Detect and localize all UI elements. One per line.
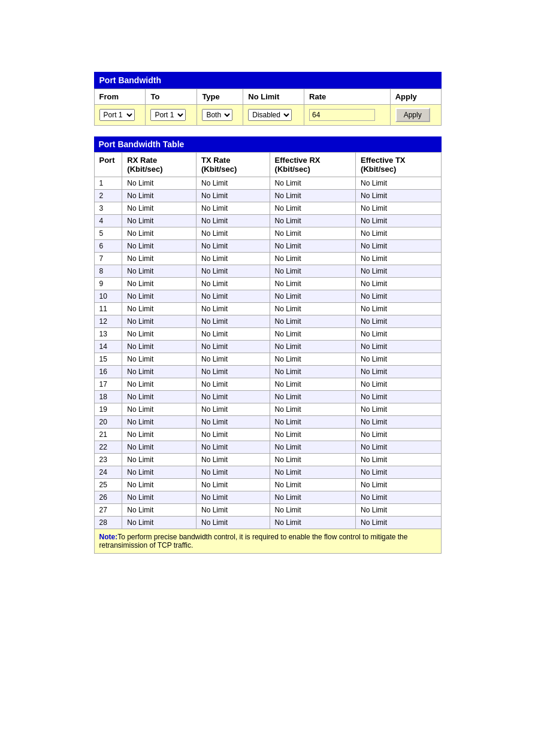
- th-port: Port: [94, 153, 122, 177]
- effective-rx-cell: No Limit: [270, 303, 355, 315]
- port-cell: 13: [94, 328, 122, 341]
- port-cell: 24: [94, 466, 122, 479]
- port-cell: 21: [94, 429, 122, 441]
- apply-button[interactable]: Apply: [395, 108, 430, 122]
- effective-rx-cell: No Limit: [270, 202, 355, 215]
- effective-rx-cell: No Limit: [270, 278, 355, 290]
- rx-rate-cell: No Limit: [122, 391, 197, 403]
- note-row: Note:To perform precise bandwidth contro…: [94, 529, 441, 554]
- port-cell: 4: [94, 215, 122, 227]
- table-row: 2 No Limit No Limit No Limit No Limit: [94, 190, 441, 202]
- effective-rx-cell: No Limit: [270, 441, 355, 454]
- port-cell: 27: [94, 504, 122, 517]
- effective-tx-cell: No Limit: [356, 416, 441, 429]
- tx-rate-cell: No Limit: [197, 190, 270, 202]
- effective-rx-cell: No Limit: [270, 403, 355, 416]
- effective-tx-cell: No Limit: [356, 328, 441, 341]
- port-cell: 9: [94, 278, 122, 290]
- tx-rate-cell: No Limit: [197, 265, 270, 278]
- tx-rate-cell: No Limit: [197, 353, 270, 366]
- table-row: 22 No Limit No Limit No Limit No Limit: [94, 441, 441, 454]
- col-type: Type: [197, 89, 243, 105]
- rx-rate-cell: No Limit: [122, 240, 197, 253]
- port-cell: 8: [94, 265, 122, 278]
- port-bandwidth-form: From To Type No Limit Rate Apply Port 1 …: [94, 89, 442, 126]
- table-row: 1 No Limit No Limit No Limit No Limit: [94, 177, 441, 190]
- effective-rx-cell: No Limit: [270, 227, 355, 240]
- rx-rate-cell: No Limit: [122, 378, 197, 391]
- from-select[interactable]: Port 1 Port 2 Port 3 Port 4: [99, 109, 135, 121]
- rx-rate-cell: No Limit: [122, 278, 197, 290]
- port-cell: 5: [94, 227, 122, 240]
- th-effective-rx: Effective RX (Kbit/sec): [270, 153, 355, 177]
- table-row: 10 No Limit No Limit No Limit No Limit: [94, 290, 441, 303]
- effective-tx-cell: No Limit: [356, 466, 441, 479]
- effective-rx-cell: No Limit: [270, 253, 355, 265]
- rx-rate-cell: No Limit: [122, 441, 197, 454]
- effective-rx-cell: No Limit: [270, 328, 355, 341]
- table-row: 7 No Limit No Limit No Limit No Limit: [94, 253, 441, 265]
- tx-rate-cell: No Limit: [197, 479, 270, 491]
- apply-cell: Apply: [390, 105, 441, 126]
- tx-rate-cell: No Limit: [197, 441, 270, 454]
- port-bandwidth-table: Port RX Rate (Kbit/sec) TX Rate (Kbit/se…: [94, 152, 442, 554]
- effective-tx-cell: No Limit: [356, 454, 441, 466]
- effective-rx-cell: No Limit: [270, 341, 355, 353]
- port-cell: 12: [94, 315, 122, 328]
- tx-rate-cell: No Limit: [197, 466, 270, 479]
- col-from: From: [94, 89, 146, 105]
- table-row: 26 No Limit No Limit No Limit No Limit: [94, 491, 441, 504]
- port-cell: 2: [94, 190, 122, 202]
- table-row: 19 No Limit No Limit No Limit No Limit: [94, 403, 441, 416]
- tx-rate-cell: No Limit: [197, 504, 270, 517]
- port-cell: 6: [94, 240, 122, 253]
- port-bandwidth-title: Port Bandwidth: [99, 75, 161, 85]
- table-row: 3 No Limit No Limit No Limit No Limit: [94, 202, 441, 215]
- table-row: 28 No Limit No Limit No Limit No Limit: [94, 517, 441, 529]
- tx-rate-cell: No Limit: [197, 517, 270, 529]
- effective-tx-cell: No Limit: [356, 253, 441, 265]
- rate-input[interactable]: [309, 109, 375, 121]
- effective-rx-cell: No Limit: [270, 353, 355, 366]
- tx-rate-cell: No Limit: [197, 315, 270, 328]
- port-cell: 17: [94, 378, 122, 391]
- effective-tx-cell: No Limit: [356, 290, 441, 303]
- port-cell: 18: [94, 391, 122, 403]
- effective-tx-cell: No Limit: [356, 403, 441, 416]
- port-cell: 23: [94, 454, 122, 466]
- table-row: 8 No Limit No Limit No Limit No Limit: [94, 265, 441, 278]
- effective-tx-cell: No Limit: [356, 278, 441, 290]
- port-bandwidth-header: Port Bandwidth: [94, 72, 442, 89]
- rate-cell: [304, 105, 391, 126]
- table-row: 15 No Limit No Limit No Limit No Limit: [94, 353, 441, 366]
- effective-rx-cell: No Limit: [270, 215, 355, 227]
- tx-rate-cell: No Limit: [197, 290, 270, 303]
- tx-rate-cell: No Limit: [197, 177, 270, 190]
- rx-rate-cell: No Limit: [122, 177, 197, 190]
- port-cell: 16: [94, 366, 122, 378]
- table-row: 18 No Limit No Limit No Limit No Limit: [94, 391, 441, 403]
- nolimit-cell: Disabled Enabled: [243, 105, 304, 126]
- nolimit-select[interactable]: Disabled Enabled: [248, 109, 292, 121]
- col-rate: Rate: [304, 89, 391, 105]
- effective-rx-cell: No Limit: [270, 466, 355, 479]
- effective-tx-cell: No Limit: [356, 491, 441, 504]
- col-apply: Apply: [390, 89, 441, 105]
- effective-tx-cell: No Limit: [356, 177, 441, 190]
- table-row: 20 No Limit No Limit No Limit No Limit: [94, 416, 441, 429]
- to-select[interactable]: Port 1 Port 2 Port 3 Port 4: [150, 109, 186, 121]
- table-row: 27 No Limit No Limit No Limit No Limit: [94, 504, 441, 517]
- effective-tx-cell: No Limit: [356, 366, 441, 378]
- port-cell: 10: [94, 290, 122, 303]
- port-cell: 20: [94, 416, 122, 429]
- effective-tx-cell: No Limit: [356, 315, 441, 328]
- rx-rate-cell: No Limit: [122, 202, 197, 215]
- effective-tx-cell: No Limit: [356, 353, 441, 366]
- effective-tx-cell: No Limit: [356, 378, 441, 391]
- type-select[interactable]: Both RX TX: [202, 109, 232, 121]
- port-bandwidth-table-header: Port Bandwidth Table: [94, 136, 442, 152]
- rx-rate-cell: No Limit: [122, 429, 197, 441]
- effective-tx-cell: No Limit: [356, 517, 441, 529]
- tx-rate-cell: No Limit: [197, 341, 270, 353]
- effective-rx-cell: No Limit: [270, 416, 355, 429]
